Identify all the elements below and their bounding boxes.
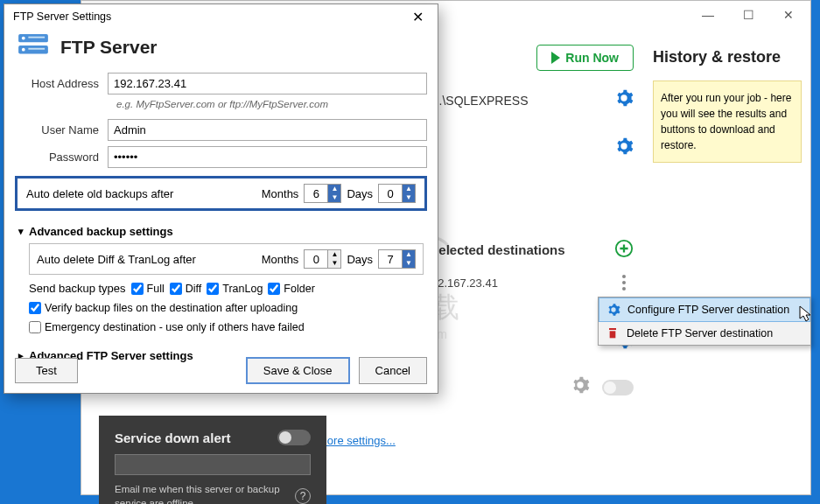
cursor-icon [799,305,813,326]
service-down-panel: Service down alert Email me when this se… [99,416,326,504]
ctx-delete-ftp[interactable]: Delete FTP Server destination [599,322,810,345]
host-address-input[interactable] [108,73,427,94]
diff-days-spinner[interactable]: ▲▼ [378,249,416,269]
diff-checkbox[interactable]: Diff [170,283,202,295]
run-now-button[interactable]: Run Now [536,45,634,71]
diff-months-spinner[interactable]: ▲▼ [304,249,341,269]
dialog-header: FTP Server [60,37,158,58]
history-note: After you run your job - here you will s… [653,80,802,163]
gear-icon[interactable] [614,88,634,112]
run-now-label: Run Now [565,51,619,65]
advanced-backup-toggle[interactable]: ▾ Advanced backup settings [15,220,427,243]
svg-point-8 [22,48,25,52]
host-hint: e.g. MyFtpServer.com or ftp://MyFtpServe… [15,97,427,116]
verify-checkbox[interactable]: Verify backup files on the destination a… [29,302,298,314]
ctx-configure-ftp[interactable]: Configure FTP Server destination [599,298,810,322]
save-close-button[interactable]: Save & Close [246,357,350,384]
help-icon[interactable]: ? [295,488,311,504]
service-note: Email me when this server or backup serv… [115,482,290,504]
server-name: .\SQLEXPRESS [439,94,529,108]
svg-rect-3 [609,328,616,330]
password-input[interactable] [108,146,427,168]
ctx-delete-label: Delete FTP Server destination [627,327,773,340]
add-destination-button[interactable] [614,239,634,261]
host-label: Host Address [15,77,108,90]
history-title: History & restore [653,48,802,66]
gear-icon[interactable] [614,136,634,160]
full-checkbox[interactable]: Full [131,283,165,295]
dialog-title: FTP Server Settings [13,10,111,23]
more-settings-link[interactable]: More settings... [318,434,396,447]
service-toggle[interactable] [277,430,311,445]
username-input[interactable] [108,119,427,141]
ftp-server-icon [17,32,50,61]
svg-rect-10 [28,48,45,50]
tranlog-checkbox[interactable]: TranLog [207,283,263,295]
auto-delete-box: Auto delete old backups after Months ▲▼ … [15,176,427,211]
maximize-button[interactable]: ☐ [728,2,768,28]
emergency-checkbox[interactable]: Emergency destination - use only if othe… [29,321,305,333]
destination-context-menu: Configure FTP Server destination Delete … [598,297,811,346]
toggle[interactable] [602,380,634,396]
destination-menu-button[interactable] [614,273,634,292]
folder-checkbox[interactable]: Folder [268,283,314,295]
service-email-input[interactable] [115,454,311,475]
cancel-button[interactable]: Cancel [359,357,427,384]
send-types-label: Send backup types [29,282,126,295]
test-button[interactable]: Test [15,358,78,383]
svg-point-7 [22,37,25,40]
diff-tranlog-label: Auto delete Diff & TranLog after [37,253,256,266]
ftp-settings-dialog: FTP Server Settings ✕ FTP Server Host Ad… [4,4,438,394]
months-label: Months [262,187,299,200]
gear-icon[interactable] [571,375,590,399]
service-title: Service down alert [115,430,231,445]
play-icon [551,52,560,64]
auto-delete-label: Auto delete old backups after [26,187,256,200]
minimize-button[interactable]: — [688,2,728,28]
username-label: User Name [15,123,108,136]
ctx-configure-label: Configure FTP Server destination [627,304,789,316]
svg-rect-9 [28,37,45,38]
days-spinner[interactable]: ▲▼ [378,184,416,203]
dialog-close-button[interactable]: ✕ [405,9,431,25]
destination-ip: 92.167.23.41 [431,276,498,290]
diff-tranlog-row: Auto delete Diff & TranLog after Months … [29,243,424,275]
destinations-title: selected destinations [431,242,565,257]
password-label: Password [15,150,108,164]
months-spinner[interactable]: ▲▼ [304,184,341,203]
close-button[interactable]: ✕ [768,2,809,28]
svg-rect-4 [610,331,616,338]
history-panel: History & restore After you run your job… [653,38,802,486]
days-label: Days [347,187,373,200]
dialog-titlebar: FTP Server Settings ✕ [4,4,438,29]
chevron-down-icon: ▾ [18,226,24,237]
